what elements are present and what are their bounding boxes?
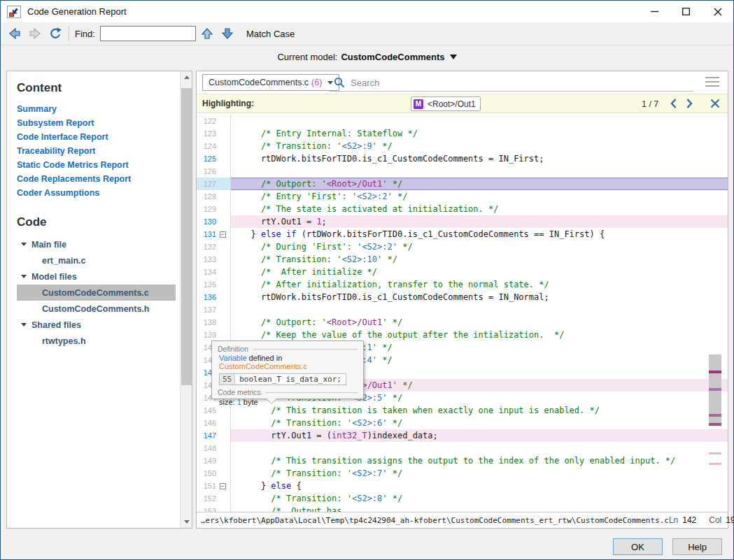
code-token: /* Transition: '	[241, 418, 352, 428]
sidebar-link-summary[interactable]: Summary	[17, 102, 180, 116]
line-number[interactable]: 125	[197, 155, 216, 163]
line-number[interactable]: 147	[197, 431, 216, 440]
tree-item-main-file[interactable]: Main file	[17, 236, 180, 252]
scroll-up-arrow-icon[interactable]	[181, 71, 192, 83]
trace-link[interactable]: <S2>:10	[342, 254, 378, 264]
trace-link[interactable]: <S2>:2	[362, 242, 392, 252]
tree-item-customcodecomments-c[interactable]: CustomCodeComments.c	[17, 285, 176, 301]
tree-item-customcodecomments-h[interactable]: CustomCodeComments.h	[17, 301, 180, 317]
trace-marker[interactable]	[709, 414, 721, 417]
refresh-button[interactable]	[46, 24, 64, 43]
code-line-126: 126	[197, 165, 728, 178]
minimize-button[interactable]	[639, 1, 670, 22]
code-line-139: 139 /* Keep the value of the output afte…	[197, 329, 728, 341]
window-title: Code Generation Report	[27, 6, 127, 17]
sidebar-link-static-code-metrics-report[interactable]: Static Code Metrics Report	[17, 158, 180, 172]
code-line-147: 147 rtY.Out1 = (int32_T)indexed_data;	[197, 429, 728, 442]
tree-expand-caret-icon[interactable]	[21, 243, 27, 246]
trace-link[interactable]: <Root>/Out1	[327, 317, 382, 327]
line-number: 128	[197, 192, 216, 201]
code-fold-icon[interactable]: −	[220, 483, 226, 489]
next-highlight-button[interactable]	[684, 98, 695, 109]
code-line-123: 123 /* Entry Internal: Stateflow */	[197, 127, 728, 140]
tree-item-model-files[interactable]: Model files	[17, 268, 180, 285]
tree-item-label: Shared files	[31, 320, 81, 330]
arrow-down-icon	[220, 27, 234, 41]
sidebar-link-traceability-report[interactable]: Traceability Report	[17, 144, 180, 158]
tree-item-rtwtypes-h[interactable]: rtwtypes.h	[17, 333, 180, 349]
sidebar-link-code-interface-report[interactable]: Code Interface Report	[17, 130, 180, 144]
maximize-button[interactable]	[670, 1, 702, 22]
sidebar-scrollbar-thumb[interactable]	[181, 88, 192, 385]
forward-button[interactable]	[26, 24, 44, 43]
trace-link[interactable]: <Root>/Out1	[327, 179, 382, 189]
close-highlighting-button[interactable]	[710, 98, 721, 109]
code-token: ;	[322, 217, 327, 227]
close-button[interactable]	[702, 1, 733, 22]
highlight-badge[interactable]: M <Root>/Out1	[411, 96, 481, 111]
match-case-toggle[interactable]: Match Case	[246, 29, 295, 39]
tree-item-label: Model files	[31, 272, 77, 282]
toolbar: Find: Match Case	[1, 22, 733, 45]
sidebar-link-coder-assumptions[interactable]: Coder Assumptions	[17, 186, 180, 200]
code-line-136: 136 rtDWork.bitsForTID0.is_c1_CustomCode…	[197, 291, 728, 303]
trace-link[interactable]: <S2>:6	[352, 418, 382, 428]
line-number: 148	[197, 444, 216, 452]
line-number: 129	[197, 205, 216, 213]
previous-highlight-button[interactable]	[668, 98, 679, 109]
tooltip-variable-link[interactable]: Variable	[219, 354, 247, 362]
find-input[interactable]	[100, 26, 196, 41]
code-line-130: 130 rtY.Out1 = 1;	[197, 215, 728, 228]
current-model-bar: Current model: CustomCodeComments	[1, 47, 733, 66]
sidebar-link-subsystem-report[interactable]: Subsystem Report	[17, 116, 180, 130]
code-line-125: 125 rtDWork.bitsForTID0.is_c1_CustomCode…	[197, 152, 728, 165]
line-number[interactable]: 131	[197, 230, 216, 238]
code-token: /* Transition: '	[241, 468, 352, 478]
title-bar: Code Generation Report	[1, 1, 733, 22]
code-line-138: 138 /* Outport: '<Root>/Out1' */	[197, 316, 728, 329]
model-dropdown-caret-icon[interactable]	[450, 55, 457, 59]
code-token: /* Entry 'First': '	[241, 192, 357, 201]
line-number: 123	[197, 129, 216, 138]
code-line-152: 152 /* Transition: '<S2>:8' */	[197, 492, 728, 505]
back-button[interactable]	[6, 24, 24, 43]
trace-marker[interactable]	[709, 452, 721, 454]
code-fold-icon[interactable]: −	[220, 231, 226, 238]
tree-item-shared-files[interactable]: Shared files	[17, 317, 180, 333]
find-next-button[interactable]	[218, 24, 237, 43]
help-button[interactable]: Help	[672, 538, 722, 555]
tree-expand-caret-icon[interactable]	[21, 323, 27, 326]
tree-item-ert-main-c[interactable]: ert_main.c	[17, 252, 180, 268]
trace-link[interactable]: <S2>:2	[357, 192, 387, 201]
code-token: /* After initialization, transfer to the…	[241, 280, 549, 289]
code-token: ' */	[382, 317, 402, 327]
trace-marker[interactable]	[709, 463, 721, 465]
code-token: /* This transition is taken when exactly…	[241, 405, 600, 415]
metric-size-label: size:	[219, 398, 237, 406]
trace-link[interactable]: <S2>:7	[352, 468, 382, 478]
code-token: else if	[261, 229, 297, 239]
trace-marker[interactable]	[709, 388, 721, 391]
menu-icon[interactable]	[705, 77, 719, 87]
line-number[interactable]: 136	[197, 293, 216, 301]
trace-marker[interactable]	[709, 423, 721, 426]
file-dropdown-name: CustomCodeComments.c	[209, 78, 309, 87]
trace-marker[interactable]	[709, 371, 721, 373]
file-dropdown[interactable]: CustomCodeComments.c (6)	[202, 74, 339, 91]
search-input[interactable]: Search	[330, 74, 693, 92]
trace-link[interactable]: <S2>:9	[342, 141, 372, 151]
sidebar-scrollbar[interactable]	[180, 71, 192, 528]
current-model-name[interactable]: CustomCodeComments	[341, 52, 444, 62]
tree-item-label: CustomCodeComments.c	[42, 288, 149, 298]
trace-link[interactable]: <S2>:8	[352, 494, 382, 503]
tree-expand-caret-icon[interactable]	[21, 275, 27, 278]
tooltip-file-link[interactable]: CustomCodeComments.c	[219, 362, 307, 371]
code-scrollbar[interactable]	[708, 113, 722, 512]
sidebar-link-code-replacements-report[interactable]: Code Replacements Report	[17, 172, 180, 186]
line-number: 126	[197, 167, 216, 175]
find-previous-button[interactable]	[198, 24, 216, 43]
line-number[interactable]: 130	[197, 217, 216, 226]
code-token: ' */	[393, 380, 413, 390]
scroll-down-arrow-icon[interactable]	[181, 516, 192, 528]
ok-button[interactable]: OK	[613, 538, 663, 555]
